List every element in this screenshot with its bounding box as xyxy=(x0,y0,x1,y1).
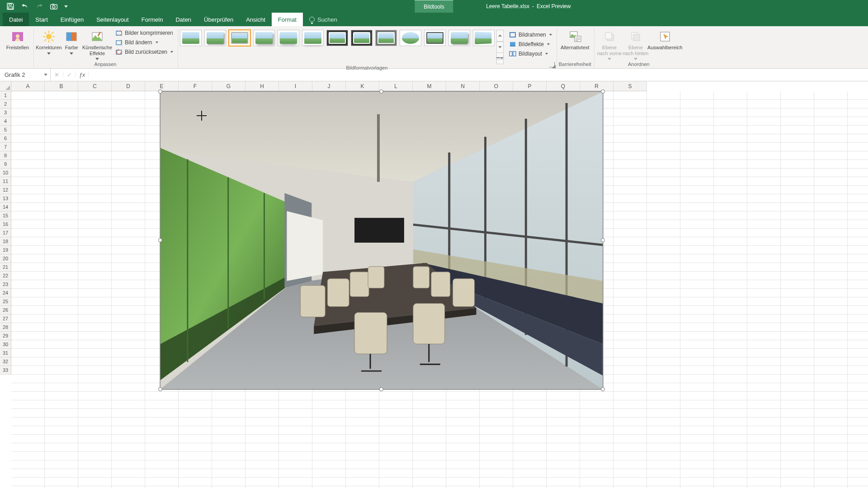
row-header[interactable]: 18 xyxy=(0,237,11,246)
resize-handle-ml[interactable] xyxy=(158,238,162,242)
row-header[interactable]: 16 xyxy=(0,220,11,229)
row-header[interactable]: 24 xyxy=(0,289,11,297)
alt-text-button[interactable]: Alternativtext xyxy=(559,28,591,51)
remove-background-button[interactable]: Freistellen xyxy=(5,28,31,51)
column-header[interactable]: H xyxy=(245,81,279,91)
row-header[interactable]: 7 xyxy=(0,143,11,151)
column-header[interactable]: B xyxy=(45,81,78,91)
gallery-more[interactable] xyxy=(496,53,504,64)
row-header[interactable]: 32 xyxy=(0,357,11,366)
tab-home[interactable]: Start xyxy=(29,13,54,26)
column-header[interactable]: J xyxy=(312,81,346,91)
row-header[interactable]: 13 xyxy=(0,194,11,203)
inserted-picture[interactable] xyxy=(160,91,603,389)
style-thumb-12[interactable] xyxy=(448,30,470,46)
resize-handle-mr[interactable] xyxy=(601,238,605,242)
row-header[interactable]: 25 xyxy=(0,297,11,306)
camera-icon[interactable] xyxy=(50,2,58,10)
resize-handle-bm[interactable] xyxy=(379,387,383,391)
column-header[interactable]: C xyxy=(78,81,112,91)
row-header[interactable]: 3 xyxy=(0,108,11,117)
tab-formulas[interactable]: Formeln xyxy=(135,13,170,26)
resize-handle-tl[interactable] xyxy=(158,89,162,94)
column-header[interactable]: S xyxy=(613,81,647,91)
row-header[interactable]: 28 xyxy=(0,323,11,332)
column-header[interactable]: A xyxy=(11,81,45,91)
row-header[interactable]: 29 xyxy=(0,332,11,340)
row-header[interactable]: 27 xyxy=(0,314,11,323)
row-header[interactable]: 19 xyxy=(0,246,11,254)
gallery-scroll-up[interactable] xyxy=(496,30,504,42)
name-box[interactable]: Grafik 2 xyxy=(0,69,51,81)
style-thumb-6[interactable] xyxy=(302,30,324,46)
column-header[interactable]: Q xyxy=(547,81,580,91)
qat-more-icon[interactable] xyxy=(64,5,68,8)
row-header[interactable]: 17 xyxy=(0,229,11,237)
tab-view[interactable]: Ansicht xyxy=(240,13,272,26)
row-header[interactable]: 26 xyxy=(0,306,11,314)
gallery-scroll-down[interactable] xyxy=(496,42,504,53)
column-header[interactable]: K xyxy=(346,81,379,91)
row-header[interactable]: 21 xyxy=(0,263,11,272)
row-header[interactable]: 12 xyxy=(0,186,11,194)
tab-review[interactable]: Überprüfen xyxy=(198,13,240,26)
resize-handle-br[interactable] xyxy=(601,387,605,391)
picture-layout-button[interactable]: Bildlayout xyxy=(507,50,554,58)
style-thumb-5[interactable] xyxy=(278,30,299,46)
row-headers[interactable]: 1234567891011121314151617181920212223242… xyxy=(0,91,11,488)
row-header[interactable]: 11 xyxy=(0,177,11,186)
tab-insert[interactable]: Einfügen xyxy=(54,13,90,26)
row-header[interactable]: 31 xyxy=(0,349,11,357)
column-header[interactable]: R xyxy=(580,81,613,91)
row-header[interactable]: 5 xyxy=(0,126,11,134)
corrections-button[interactable]: Korrekturen xyxy=(36,28,62,60)
color-button[interactable]: Farbe xyxy=(62,28,81,60)
row-header[interactable]: 20 xyxy=(0,254,11,263)
row-header[interactable]: 4 xyxy=(0,117,11,126)
column-header[interactable]: P xyxy=(513,81,547,91)
tab-data[interactable]: Daten xyxy=(169,13,198,26)
column-header[interactable]: O xyxy=(480,81,513,91)
picture-effects-button[interactable]: Bildeffekte xyxy=(507,40,554,48)
row-header[interactable]: 6 xyxy=(0,134,11,143)
artistic-effects-button[interactable]: Künstlerische Effekte xyxy=(81,28,113,60)
row-header[interactable]: 22 xyxy=(0,272,11,280)
column-header[interactable]: I xyxy=(279,81,312,91)
style-thumb-9[interactable] xyxy=(375,30,397,46)
resize-handle-tr[interactable] xyxy=(601,89,605,94)
undo-icon[interactable] xyxy=(21,2,29,10)
style-thumb-3[interactable] xyxy=(229,30,250,46)
column-header[interactable]: L xyxy=(379,81,413,91)
save-icon[interactable] xyxy=(6,2,14,10)
row-header[interactable]: 23 xyxy=(0,280,11,289)
select-all-corner[interactable] xyxy=(0,81,11,91)
column-header[interactable]: D xyxy=(112,81,145,91)
style-thumb-13[interactable] xyxy=(473,30,495,46)
tab-pagelayout[interactable]: Seitenlayout xyxy=(90,13,135,26)
row-header[interactable]: 8 xyxy=(0,151,11,160)
resize-handle-tm[interactable] xyxy=(379,89,383,94)
styles-dialog-launcher[interactable] xyxy=(549,62,555,67)
style-thumb-4[interactable] xyxy=(253,30,275,46)
column-header[interactable]: M xyxy=(413,81,446,91)
tell-me-search[interactable]: Suchen xyxy=(303,13,337,26)
fx-icon[interactable]: ƒx xyxy=(76,71,89,78)
row-header[interactable]: 1 xyxy=(0,91,11,100)
column-header[interactable]: G xyxy=(212,81,245,91)
row-header[interactable]: 9 xyxy=(0,160,11,169)
row-header[interactable]: 33 xyxy=(0,366,11,375)
style-thumb-7[interactable] xyxy=(326,30,348,46)
change-picture-button[interactable]: Bild ändern xyxy=(113,38,175,47)
row-header[interactable]: 14 xyxy=(0,203,11,211)
row-header[interactable]: 30 xyxy=(0,340,11,349)
style-thumb-11[interactable] xyxy=(424,30,446,46)
row-header[interactable]: 2 xyxy=(0,100,11,108)
resize-handle-bl[interactable] xyxy=(158,387,162,391)
reset-picture-button[interactable]: Bild zurücksetzen xyxy=(113,48,175,56)
style-thumb-2[interactable] xyxy=(204,30,226,46)
style-thumb-10[interactable] xyxy=(400,30,421,46)
selection-pane-button[interactable]: Auswahlbereich xyxy=(649,28,681,60)
column-header[interactable]: F xyxy=(179,81,212,91)
tab-format[interactable]: Format xyxy=(272,13,303,26)
style-thumb-8[interactable] xyxy=(351,30,373,46)
